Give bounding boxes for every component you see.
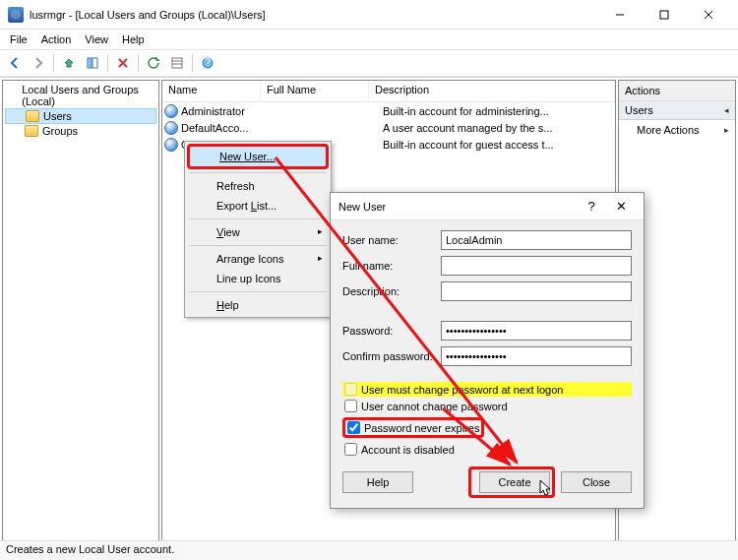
cell-name: DefaultAcco... [181,122,275,134]
svg-rect-8 [172,58,182,68]
menu-file[interactable]: File [4,31,33,47]
list-row[interactable]: DefaultAcco... A user account managed by… [162,119,615,136]
user-icon [164,138,178,152]
check-disabled[interactable]: Account is disabled [342,442,632,457]
ctx-arrange[interactable]: Arrange Icons [187,249,329,269]
refresh-button[interactable] [143,52,164,74]
user-icon [164,121,178,135]
username-field[interactable] [441,230,632,250]
cell-desc: Built-in account for administering... [383,105,615,117]
svg-rect-1 [660,11,668,19]
user-icon [164,104,178,118]
ctx-lineup[interactable]: Line up Icons [187,269,329,288]
cursor-icon [539,479,555,499]
context-menu: New User... Refresh Export List... View … [184,141,332,318]
label-confirm: Confirm password: [342,350,441,362]
ctx-help[interactable]: Help [187,295,329,315]
actions-header: Actions [619,81,735,101]
dialog-close-button[interactable]: ✕ [606,199,636,214]
toolbar: ? [0,49,738,77]
checkbox-never-expires[interactable] [347,421,360,434]
menu-view[interactable]: View [79,31,114,47]
description-field[interactable] [441,281,632,301]
close-button-dlg[interactable]: Close [561,471,632,493]
menu-action[interactable]: Action [35,31,78,47]
label-username: User name: [342,234,441,246]
menubar: File Action View Help [0,30,738,49]
svg-text:?: ? [205,56,211,68]
cell-name: Administrator [181,105,275,117]
tree-item-users[interactable]: Users [5,108,156,124]
new-user-dialog: New User ? ✕ User name: Full name: Descr… [330,192,645,509]
col-fullname[interactable]: Full Name [261,81,369,101]
window-title: lusrmgr - [Local Users and Groups (Local… [30,9,597,21]
cell-desc: Built-in account for guest access t... [383,139,615,151]
tree-root-icon [6,89,18,102]
tree-pane[interactable]: Local Users and Groups (Local) Users Gro… [2,80,159,557]
check-never-expires[interactable]: Password never expires [342,417,484,438]
tree-item-label: Groups [42,125,78,137]
cell-desc: A user account managed by the s... [383,122,615,134]
actions-context[interactable]: Users [619,101,735,120]
status-bar: Creates a new Local User account. [0,540,738,560]
help-button[interactable]: ? [197,52,218,74]
delete-button[interactable] [112,52,134,74]
actions-more[interactable]: More Actions [619,120,735,140]
tree-item-label: Users [43,110,72,122]
ctx-refresh[interactable]: Refresh [187,176,329,196]
label-fullname: Full name: [342,260,441,272]
ctx-export[interactable]: Export List... [187,196,329,216]
close-button[interactable] [686,1,730,29]
svg-rect-4 [88,58,92,68]
show-hide-button[interactable] [82,52,103,74]
checkbox-disabled[interactable] [344,443,357,456]
help-button[interactable]: Help [342,471,413,493]
folder-icon [26,110,39,122]
tree-root-label: Local Users and Groups (Local) [22,84,155,107]
checkbox-must-change[interactable] [344,383,357,396]
minimize-button[interactable] [597,1,642,29]
maximize-button[interactable] [642,1,686,29]
col-description[interactable]: Description [369,81,615,101]
label-description: Description: [342,285,441,297]
tree-item-groups[interactable]: Groups [5,124,156,138]
dialog-titlebar: New User ? ✕ [331,193,644,220]
col-name[interactable]: Name [162,81,261,101]
ctx-view[interactable]: View [187,222,329,242]
password-field[interactable] [441,321,632,341]
folder-icon [25,125,38,137]
fullname-field[interactable] [441,256,632,276]
svg-rect-5 [92,58,97,68]
checkbox-cannot-change[interactable] [344,400,357,412]
menu-help[interactable]: Help [116,31,151,47]
tree-root[interactable]: Local Users and Groups (Local) [5,83,156,108]
up-button[interactable] [58,52,80,74]
back-button[interactable] [4,52,26,74]
forward-button[interactable] [28,52,49,74]
app-icon [8,7,24,23]
list-row[interactable]: Administrator Built-in account for admin… [162,102,615,119]
titlebar: lusrmgr - [Local Users and Groups (Local… [0,0,738,30]
check-must-change[interactable]: User must change password at next logon [342,382,632,397]
export-button[interactable] [166,52,188,74]
check-cannot-change[interactable]: User cannot change password [342,399,632,413]
list-header: Name Full Name Description [162,81,615,102]
label-password: Password: [342,325,441,337]
ctx-new-user[interactable]: New User... [187,144,329,169]
dialog-title: New User [338,201,577,213]
confirm-password-field[interactable] [441,346,632,366]
dialog-help-button[interactable]: ? [577,199,606,214]
